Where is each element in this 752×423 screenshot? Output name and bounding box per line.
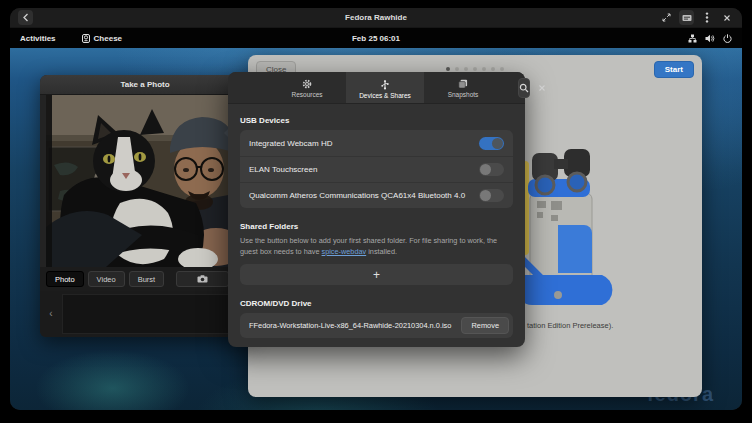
usb-device-row: Integrated Webcam HD xyxy=(240,130,513,156)
usb-device-toggle[interactable] xyxy=(479,137,504,150)
usb-device-row: Qualcomm Atheros Communications QCA61x4 … xyxy=(240,182,513,208)
page-dot xyxy=(446,67,450,71)
page-dot xyxy=(500,67,504,71)
box-preferences-dialog: Resources Devices & Shares Snapshots xyxy=(228,72,525,347)
vm-top-bar: Activities Cheese Feb 25 06:01 xyxy=(10,28,742,48)
mode-photo-button[interactable]: Photo xyxy=(46,271,84,287)
volume-icon xyxy=(705,34,715,43)
mode-video-button[interactable]: Video xyxy=(88,271,125,287)
keyboard-button[interactable] xyxy=(679,10,694,25)
photo-gallery-strip: ‹ xyxy=(40,291,250,337)
tab-label: Devices & Shares xyxy=(359,92,411,99)
page-dot xyxy=(464,67,468,71)
app-menu-cheese[interactable]: Cheese xyxy=(82,34,122,43)
vm-desktop: fedora Close Start xyxy=(10,48,742,410)
window-controls xyxy=(659,10,734,25)
tab-label: Snapshots xyxy=(448,91,479,98)
close-icon xyxy=(723,14,731,22)
usb-device-toggle[interactable] xyxy=(479,189,504,202)
usb-device-name: ELAN Touchscreen xyxy=(249,165,479,174)
dialog-body: USB Devices Integrated Webcam HD ELAN To… xyxy=(228,104,525,338)
toggle-knob xyxy=(480,190,491,201)
usb-devices-list: Integrated Webcam HD ELAN Touchscreen Qu… xyxy=(240,130,513,208)
back-button[interactable] xyxy=(18,10,33,25)
shared-folders-title: Shared Folders xyxy=(240,222,513,231)
page-dots xyxy=(446,67,504,71)
usb-devices-title: USB Devices xyxy=(240,116,513,125)
power-icon xyxy=(723,34,732,43)
cdrom-title: CDROM/DVD Drive xyxy=(240,299,513,308)
cheese-controls: Photo Video Burst xyxy=(40,267,250,291)
gear-icon xyxy=(302,79,312,89)
page-dot xyxy=(482,67,486,71)
plus-icon: + xyxy=(373,269,380,281)
tab-devices-shares[interactable]: Devices & Shares xyxy=(346,72,424,103)
back-icon xyxy=(22,13,29,22)
menu-button[interactable] xyxy=(699,10,714,25)
cheese-titlebar[interactable]: Take a Photo xyxy=(40,75,250,95)
boxes-vm-window: Fedora Rawhide xyxy=(10,8,742,410)
usb-device-toggle[interactable] xyxy=(479,163,504,176)
shared-folders-description: Use the button below to add your first s… xyxy=(240,236,513,257)
activities-button[interactable]: Activities xyxy=(20,34,56,43)
cheese-window: Take a Photo xyxy=(40,75,250,337)
tab-label: Resources xyxy=(291,91,322,98)
page-dot xyxy=(473,67,477,71)
usb-device-name: Qualcomm Atheros Communications QCA61x4 … xyxy=(249,191,479,200)
dialog-tabs: Resources Devices & Shares Snapshots xyxy=(268,72,502,103)
capture-photo-button[interactable] xyxy=(176,271,229,287)
gallery-thumbnails[interactable] xyxy=(62,294,250,334)
close-window-button[interactable] xyxy=(719,10,734,25)
app-menu-label: Cheese xyxy=(94,34,122,43)
toggle-knob xyxy=(480,164,491,175)
search-icon xyxy=(519,83,529,93)
window-title: Fedora Rawhide xyxy=(10,13,742,22)
tab-snapshots[interactable]: Snapshots xyxy=(424,72,502,103)
camera-icon xyxy=(197,275,208,283)
usb-device-name: Integrated Webcam HD xyxy=(249,139,479,148)
iso-filename: FFedora-Workstation-Live-x86_64-Rawhide-… xyxy=(249,321,461,330)
usb-device-row: ELAN Touchscreen xyxy=(240,156,513,182)
keyboard-icon xyxy=(682,14,692,22)
window-titlebar: Fedora Rawhide xyxy=(10,8,742,28)
tab-resources[interactable]: Resources xyxy=(268,72,346,103)
dialog-header: Resources Devices & Shares Snapshots xyxy=(228,72,525,104)
cheese-window-title: Take a Photo xyxy=(120,80,169,89)
fullscreen-icon xyxy=(662,13,671,22)
webcam-preview xyxy=(46,95,250,267)
cdrom-row: FFedora-Workstation-Live-x86_64-Rawhide-… xyxy=(240,313,513,338)
usb-icon xyxy=(381,79,389,90)
dialog-close-button[interactable] xyxy=(538,80,546,96)
page-dot xyxy=(455,67,459,71)
cheese-app-icon xyxy=(82,34,90,43)
description-text: installed. xyxy=(366,247,397,256)
toggle-knob xyxy=(492,138,503,149)
kebab-menu-icon xyxy=(705,12,709,23)
gallery-prev-button[interactable]: ‹ xyxy=(45,305,57,321)
fullscreen-button[interactable] xyxy=(659,10,674,25)
tour-caption-fragment: tation Edition Prerelease). xyxy=(527,321,613,330)
snapshots-icon xyxy=(458,79,468,89)
spice-webdav-link[interactable]: spice-webdav xyxy=(322,247,367,256)
tour-start-button[interactable]: Start xyxy=(654,61,694,78)
page-dot xyxy=(491,67,495,71)
remove-iso-button[interactable]: Remove xyxy=(461,317,509,334)
close-icon xyxy=(538,84,546,92)
search-button[interactable] xyxy=(518,78,530,98)
mode-burst-button[interactable]: Burst xyxy=(129,271,165,287)
network-icon xyxy=(688,34,697,43)
add-shared-folder-button[interactable]: + xyxy=(240,264,513,285)
system-tray[interactable] xyxy=(688,34,732,43)
